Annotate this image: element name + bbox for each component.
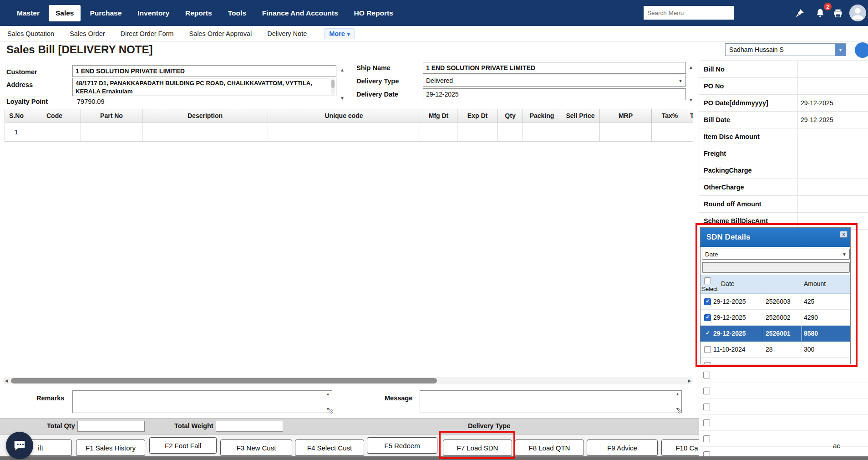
grid-cell[interactable]: [600, 123, 652, 142]
row-checkbox[interactable]: [704, 330, 711, 337]
grid-cell[interactable]: [420, 123, 457, 142]
grid-cell[interactable]: [457, 123, 498, 142]
tab-sales-order[interactable]: Sales Order: [70, 30, 105, 37]
scroll-up-icon[interactable]: ▲: [339, 66, 346, 73]
grid-cell[interactable]: 1: [5, 123, 28, 142]
fn-button-f3-new-cust[interactable]: F3 New Cust: [220, 440, 292, 456]
sdn-filter-select[interactable]: Date ▼: [702, 249, 850, 260]
tab-sales-order-approval[interactable]: Sales Order Approval: [189, 30, 252, 37]
fn-button-f9-advice[interactable]: F9 Advice: [587, 440, 658, 456]
sdn-search-input[interactable]: [702, 262, 850, 273]
panel-value[interactable]: [797, 61, 868, 77]
scrollbar-thumb[interactable]: [11, 378, 437, 383]
row-checkbox[interactable]: [703, 404, 710, 410]
tab-more[interactable]: More▾: [324, 28, 355, 39]
fn-button-f5-redeem[interactable]: F5 Redeem: [367, 437, 437, 454]
partial-button-text: ac: [833, 442, 840, 450]
sdn-filter-value: Date: [705, 251, 718, 258]
fn-button-f2-foot-fall[interactable]: F2 Foot Fall: [149, 437, 217, 454]
nav-item-sales[interactable]: Sales: [49, 5, 81, 21]
sdn-row[interactable]: 11-10-202428300: [700, 342, 850, 358]
sdn-row[interactable]: 29-12-202525260018580: [700, 326, 850, 342]
fn-button-f7-load-sdn[interactable]: F7 Load SDN: [443, 440, 512, 456]
panel-value[interactable]: 29-12-2025: [797, 95, 868, 111]
nav-item-tools[interactable]: Tools: [221, 5, 253, 21]
row-checkbox[interactable]: [703, 388, 710, 394]
grid-cell[interactable]: [652, 123, 688, 142]
remarks-textarea[interactable]: [72, 390, 332, 413]
scroll-up-icon[interactable]: ▲: [675, 392, 680, 396]
tab-delivery-note[interactable]: Delivery Note: [267, 30, 307, 37]
row-checkbox[interactable]: [703, 435, 710, 442]
fn-button-f10-ca[interactable]: F10 Ca: [661, 440, 699, 456]
user-select[interactable]: Sadham Hussain S ▼: [725, 43, 846, 56]
row-checkbox[interactable]: [704, 362, 711, 364]
panel-label: PO Date[ddmmyyyy]: [699, 99, 797, 107]
pin-icon[interactable]: [792, 0, 808, 26]
panel-value[interactable]: [797, 145, 868, 162]
fn-button-f1-sales-history[interactable]: F1 Sales History: [76, 440, 145, 456]
panel-value[interactable]: [797, 179, 868, 195]
row-checkbox[interactable]: [703, 419, 710, 426]
panel-value[interactable]: 29-12-2025: [797, 112, 868, 128]
grid-cell[interactable]: [498, 123, 523, 142]
delivery-type-select[interactable]: Delivered ▼: [423, 75, 686, 87]
grid-cell[interactable]: [81, 123, 142, 142]
printer-icon[interactable]: [830, 0, 846, 26]
address-scrollbar[interactable]: [331, 79, 335, 95]
resize-handle[interactable]: [678, 409, 683, 414]
empty-row: [699, 431, 868, 447]
grid-cell[interactable]: [142, 123, 268, 142]
scroll-up-icon[interactable]: ▲: [326, 392, 330, 396]
sdn-row[interactable]: 29-12-202525260024290: [700, 310, 850, 326]
nav-item-master[interactable]: Master: [10, 5, 46, 21]
nav-item-purchase[interactable]: Purchase: [83, 5, 128, 21]
search-input[interactable]: [644, 6, 734, 20]
chat-widget-button[interactable]: [6, 432, 33, 459]
resize-handle[interactable]: [329, 409, 333, 414]
sdn-row[interactable]: 29-12-20252526003425: [700, 294, 850, 310]
panel-value[interactable]: [797, 162, 868, 179]
avatar[interactable]: [849, 5, 866, 21]
panel-value[interactable]: [797, 213, 868, 229]
scroll-down-icon[interactable]: ▼: [339, 95, 346, 102]
panel-value[interactable]: [797, 196, 868, 212]
scroll-left-icon[interactable]: ◀: [3, 377, 10, 384]
delivery-date-input[interactable]: [423, 88, 686, 100]
scroll-down-icon[interactable]: ▼: [687, 97, 695, 103]
row-checkbox[interactable]: [704, 314, 711, 321]
nav-item-finance-and-accounts[interactable]: Finance And Accounts: [255, 5, 345, 21]
sdn-col-amount: Amount: [804, 280, 826, 287]
ship-name-input[interactable]: [423, 62, 686, 74]
row-checkbox[interactable]: [703, 372, 710, 378]
nav-item-reports[interactable]: Reports: [178, 5, 219, 21]
row-checkbox[interactable]: [704, 346, 711, 353]
scroll-up-icon[interactable]: ▲: [687, 64, 695, 71]
panel-value[interactable]: [797, 78, 868, 94]
delivery-date-label: Delivery Date: [356, 91, 398, 98]
nav-item-inventory[interactable]: Inventory: [131, 5, 176, 21]
total-qty-input[interactable]: [77, 421, 145, 432]
grid-cell[interactable]: [28, 123, 81, 142]
grid-cell[interactable]: [268, 123, 420, 142]
grid-cell[interactable]: [523, 123, 561, 142]
panel-value[interactable]: [797, 128, 868, 145]
close-icon[interactable]: x: [840, 231, 848, 238]
panel-row-po-no: PO No: [699, 78, 868, 95]
chevron-down-icon[interactable]: ▼: [835, 44, 846, 56]
tab-direct-order-form[interactable]: Direct Order Form: [121, 30, 174, 37]
help-icon[interactable]: [855, 42, 868, 58]
address-box[interactable]: 48/1717 D1, PANAKKAPADATH BUILDING PC RO…: [72, 78, 336, 96]
fn-button-f8-load-qtn[interactable]: F8 Load QTN: [515, 440, 584, 456]
select-all-checkbox[interactable]: [704, 277, 711, 284]
total-weight-input[interactable]: [216, 421, 283, 432]
scroll-right-icon[interactable]: ▶: [686, 377, 693, 384]
row-checkbox[interactable]: [704, 298, 711, 305]
customer-input[interactable]: [72, 65, 336, 77]
tab-sales-quotation[interactable]: Sales Quotation: [7, 30, 54, 37]
grid-cell[interactable]: [688, 123, 693, 142]
nav-item-ho-reports[interactable]: HO Reports: [347, 5, 400, 21]
fn-button-f4-select-cust[interactable]: F4 Select Cust: [295, 440, 364, 456]
message-textarea[interactable]: [420, 390, 682, 413]
grid-cell[interactable]: [561, 123, 600, 142]
